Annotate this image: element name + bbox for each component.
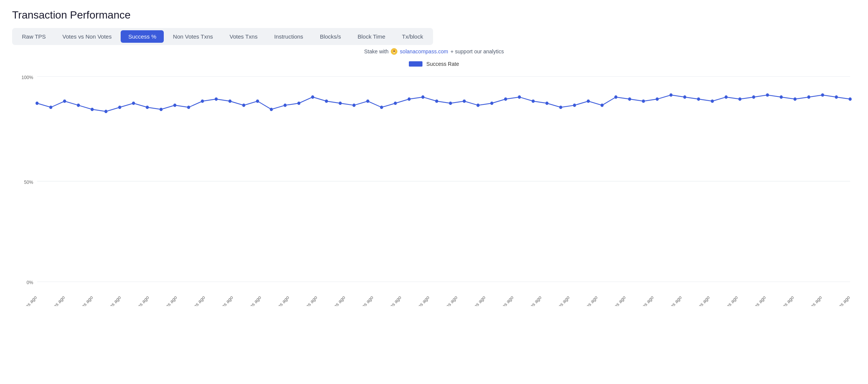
svg-point-40	[36, 101, 39, 105]
svg-point-91	[738, 98, 741, 101]
svg-point-73	[490, 101, 493, 105]
svg-point-62	[339, 101, 342, 105]
svg-point-96	[807, 95, 810, 99]
svg-text:2 mins ago: 2 mins ago	[831, 294, 851, 306]
tabs-container: Raw TPS Votes vs Non Votes Success % Non…	[12, 28, 433, 45]
svg-point-44	[91, 108, 94, 111]
svg-point-79	[573, 104, 576, 107]
svg-point-80	[587, 99, 590, 103]
svg-text:30 mins ago: 30 mins ago	[437, 294, 458, 306]
svg-point-71	[463, 99, 466, 103]
svg-text:24 mins ago: 24 mins ago	[521, 294, 542, 306]
svg-point-74	[504, 98, 507, 101]
svg-point-70	[449, 101, 452, 105]
tab-votes-txns[interactable]: Votes Txns	[222, 30, 265, 43]
tab-votes-vs-non-votes[interactable]: Votes vs Non Votes	[55, 30, 119, 43]
svg-point-92	[752, 95, 755, 99]
svg-point-88	[697, 98, 700, 101]
svg-point-53	[215, 98, 218, 101]
legend-label: Success Rate	[426, 61, 459, 67]
page-title: Transaction Performance	[12, 9, 856, 21]
stake-prefix: Stake with	[364, 48, 389, 54]
svg-point-82	[614, 95, 617, 99]
svg-text:10 mins ago: 10 mins ago	[717, 294, 739, 306]
chart-legend: Success Rate	[12, 61, 856, 67]
svg-point-48	[146, 106, 149, 109]
svg-text:4 mins ago: 4 mins ago	[803, 294, 823, 306]
stake-link[interactable]: solanacompass.com	[400, 48, 448, 54]
tab-blocks-s[interactable]: Blocks/s	[312, 30, 349, 43]
svg-point-61	[325, 99, 328, 103]
svg-point-47	[132, 101, 135, 105]
svg-point-85	[656, 98, 659, 101]
svg-point-49	[160, 108, 163, 111]
compass-icon	[391, 48, 398, 55]
svg-text:46 mins ago: 46 mins ago	[213, 294, 234, 306]
svg-point-54	[228, 99, 231, 103]
svg-point-51	[187, 106, 190, 109]
chart-container: 100% 50% 0% 60 mins ago58 mins ago56 min…	[12, 72, 856, 306]
svg-text:50%: 50%	[24, 179, 33, 185]
svg-point-90	[725, 95, 728, 99]
svg-point-98	[835, 95, 838, 99]
svg-text:16 mins ago: 16 mins ago	[633, 294, 655, 306]
svg-point-69	[435, 99, 438, 103]
svg-point-43	[77, 104, 80, 107]
tab-non-votes-txns[interactable]: Non Votes Txns	[165, 30, 220, 43]
svg-text:20 mins ago: 20 mins ago	[577, 294, 599, 306]
svg-text:52 mins ago: 52 mins ago	[129, 294, 150, 306]
tab-tx-block[interactable]: Tx/block	[394, 30, 431, 43]
tab-raw-tps[interactable]: Raw TPS	[14, 30, 53, 43]
svg-text:40 mins ago: 40 mins ago	[297, 294, 318, 306]
svg-point-46	[118, 106, 121, 109]
svg-point-41	[49, 106, 52, 109]
svg-point-89	[711, 99, 714, 103]
svg-text:50 mins ago: 50 mins ago	[157, 294, 178, 306]
svg-point-76	[532, 99, 535, 103]
svg-point-60	[311, 95, 314, 99]
svg-point-68	[421, 95, 424, 99]
svg-text:6 mins ago: 6 mins ago	[775, 294, 795, 306]
svg-text:44 mins ago: 44 mins ago	[241, 294, 262, 306]
svg-point-75	[518, 95, 521, 99]
svg-point-65	[380, 106, 383, 109]
svg-text:34 mins ago: 34 mins ago	[381, 294, 402, 306]
svg-text:28 mins ago: 28 mins ago	[465, 294, 486, 306]
svg-point-42	[63, 99, 66, 103]
svg-point-55	[242, 104, 245, 107]
svg-point-52	[201, 99, 204, 103]
svg-text:0%: 0%	[26, 280, 33, 286]
svg-point-66	[394, 101, 397, 105]
svg-text:32 mins ago: 32 mins ago	[409, 294, 430, 306]
svg-point-56	[256, 99, 259, 103]
svg-point-87	[683, 95, 686, 99]
svg-text:58 mins ago: 58 mins ago	[44, 294, 66, 306]
svg-point-97	[821, 93, 824, 97]
svg-text:14 mins ago: 14 mins ago	[661, 294, 683, 306]
stake-suffix: + support our analytics	[450, 48, 504, 54]
svg-point-63	[352, 104, 356, 107]
svg-text:54 mins ago: 54 mins ago	[100, 294, 122, 306]
svg-text:60 mins ago: 60 mins ago	[16, 294, 38, 306]
svg-text:38 mins ago: 38 mins ago	[325, 294, 346, 306]
svg-point-58	[284, 104, 287, 107]
legend-color-swatch	[409, 61, 422, 67]
svg-point-78	[559, 106, 562, 109]
svg-point-81	[601, 104, 604, 107]
svg-point-94	[780, 95, 783, 99]
svg-text:42 mins ago: 42 mins ago	[269, 294, 290, 306]
tab-block-time[interactable]: Block Time	[350, 30, 393, 43]
svg-point-84	[642, 99, 645, 103]
svg-point-93	[766, 93, 769, 97]
tab-instructions[interactable]: Instructions	[267, 30, 311, 43]
svg-point-77	[545, 101, 548, 105]
svg-point-45	[104, 110, 107, 113]
svg-point-57	[270, 108, 273, 111]
chart-svg: 100% 50% 0% 60 mins ago58 mins ago56 min…	[12, 72, 856, 306]
svg-point-67	[408, 98, 411, 101]
svg-point-3	[394, 51, 395, 52]
svg-text:12 mins ago: 12 mins ago	[689, 294, 711, 306]
svg-point-99	[849, 98, 852, 101]
svg-text:48 mins ago: 48 mins ago	[185, 294, 206, 306]
tab-success-pct[interactable]: Success %	[121, 30, 164, 43]
